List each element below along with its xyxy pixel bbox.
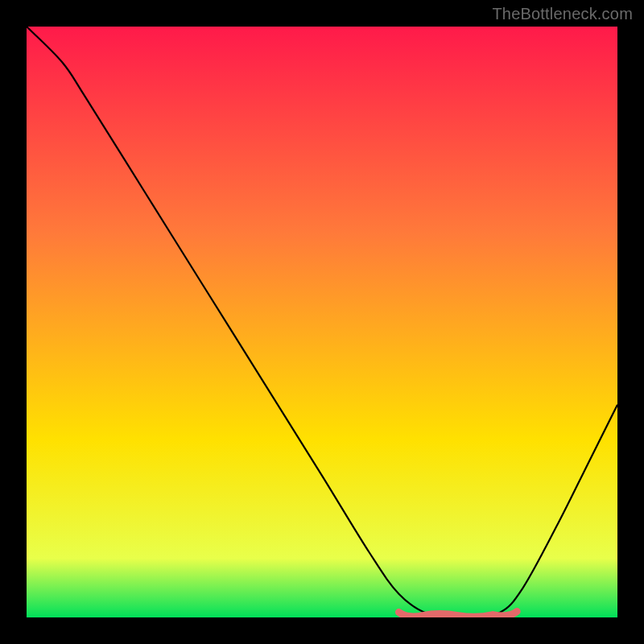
gradient-background [27, 27, 617, 617]
plot-area [27, 27, 617, 617]
watermark-text: TheBottleneck.com [492, 5, 633, 23]
chart-svg [27, 27, 617, 617]
